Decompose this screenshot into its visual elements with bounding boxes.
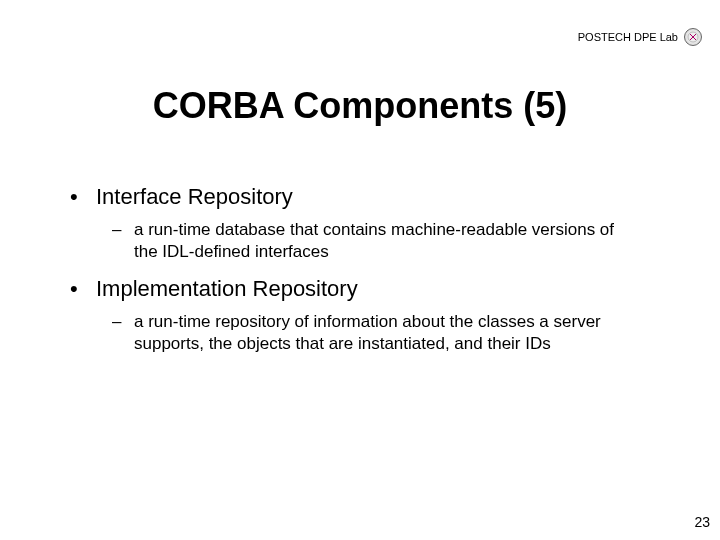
lab-logo-icon [684,28,702,46]
bullet-text: Implementation Repository [96,275,358,303]
bullet-item: • Interface Repository [70,183,660,211]
bullet-item: • Implementation Repository [70,275,660,303]
slide-title: CORBA Components (5) [0,85,720,127]
bullet-marker-icon: • [70,183,82,211]
page-number: 23 [694,514,710,530]
sub-bullet-text: a run-time database that contains machin… [134,219,624,263]
sub-bullet-item: – a run-time database that contains mach… [112,219,660,263]
dash-marker-icon: – [112,219,124,241]
bullet-marker-icon: • [70,275,82,303]
bullet-text: Interface Repository [96,183,293,211]
header: POSTECH DPE Lab [578,28,702,46]
sub-bullet-text: a run-time repository of information abo… [134,311,624,355]
sub-bullet-item: – a run-time repository of information a… [112,311,660,355]
header-label: POSTECH DPE Lab [578,31,678,43]
content-area: • Interface Repository – a run-time data… [70,183,660,367]
dash-marker-icon: – [112,311,124,333]
